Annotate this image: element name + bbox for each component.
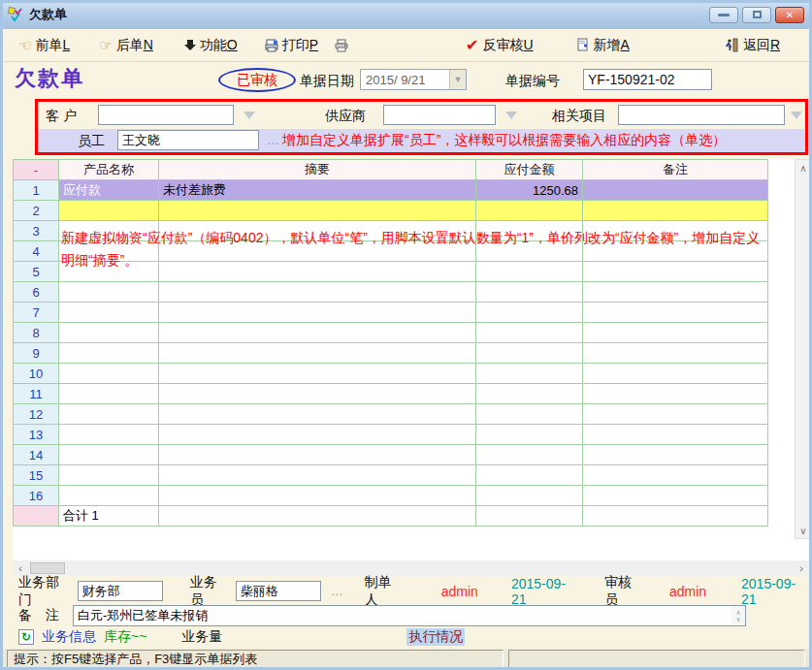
cell-product[interactable]: 应付款 [59,180,159,201]
doc-no-input[interactable] [583,69,712,90]
cell-note[interactable] [583,262,768,282]
cell-no[interactable]: 6 [14,282,59,303]
remark-input[interactable] [74,607,731,624]
scroll-down-icon[interactable]: ∨ [796,523,811,538]
cell-product[interactable] [59,201,159,221]
cell-amount[interactable] [476,303,583,323]
cell-no[interactable]: 9 [14,343,59,364]
cell-note[interactable] [583,445,768,465]
clerk-input[interactable] [236,581,321,601]
cell-summary[interactable] [159,323,476,343]
minimize-button[interactable] [709,7,738,23]
cell-note[interactable] [583,364,768,384]
cell-amount[interactable] [476,323,583,343]
cell-note[interactable] [583,282,768,303]
cell-note[interactable] [583,221,768,241]
add-new-button[interactable]: 新增A [572,34,633,57]
cell-no[interactable]: 13 [14,425,59,445]
spinner-icon[interactable]: ∧∨ [731,606,745,625]
cell-note[interactable] [583,201,768,221]
cell-no[interactable]: 1 [14,180,59,201]
cell-product[interactable] [59,241,159,262]
scroll-right-icon[interactable]: › [794,562,809,574]
cell-no[interactable]: 11 [14,384,59,404]
cell-summary[interactable] [159,221,476,241]
cell-amount[interactable] [476,343,583,364]
return-button[interactable]: 返回R [721,34,784,57]
cell-summary[interactable] [159,282,476,303]
cell-summary[interactable] [159,465,476,486]
cell-no[interactable]: 8 [14,323,59,343]
cell-product[interactable] [59,323,159,343]
cell-note[interactable] [583,465,768,486]
project-input[interactable] [618,105,785,125]
cell-amount[interactable] [476,262,583,282]
horizontal-scrollbar[interactable]: ‹ › [13,560,809,576]
cell-product[interactable] [59,282,159,303]
customer-dropdown-icon[interactable] [244,112,255,119]
refresh-icon[interactable]: ↻ [18,629,34,645]
cell-summary[interactable]: 未付差旅费 [159,180,476,201]
project-dropdown-icon[interactable] [791,112,802,119]
cell-summary[interactable] [159,425,476,445]
cell-product[interactable] [59,262,159,282]
next-doc-button[interactable]: ☞ 后单N [95,34,157,57]
print-button[interactable]: 打印P [261,34,322,57]
cell-no[interactable]: 7 [14,303,59,323]
chevron-down-icon[interactable]: ▼ [449,70,466,89]
header-product[interactable]: 产品名称 [59,160,159,180]
cell-amount[interactable] [476,465,583,486]
cell-product[interactable] [59,364,159,384]
cell-summary[interactable] [159,384,476,404]
cell-amount[interactable] [476,384,583,404]
cell-product[interactable] [59,445,159,465]
cell-no[interactable]: 10 [14,364,59,384]
cell-amount[interactable] [476,486,583,506]
cell-amount[interactable] [476,404,583,425]
cell-note[interactable] [583,384,768,404]
cell-product[interactable] [59,425,159,445]
cell-product[interactable] [59,404,159,425]
cell-no[interactable]: 2 [14,201,59,221]
cell-amount[interactable] [476,364,583,384]
cell-note[interactable] [583,425,768,445]
business-info-link[interactable]: 业务信息 [42,628,96,646]
cell-amount[interactable] [476,201,583,221]
cell-no[interactable]: 4 [14,241,59,262]
cell-product[interactable] [59,384,159,404]
cell-summary[interactable] [159,241,476,262]
cell-amount[interactable] [476,282,583,303]
employee-input[interactable] [117,130,259,150]
cell-product[interactable] [59,221,159,241]
dept-input[interactable] [78,581,163,601]
execution-status-link[interactable]: 执行情况 [406,628,465,646]
scroll-up-icon[interactable]: ∧ [796,160,811,175]
supplier-dropdown-icon[interactable] [505,112,517,119]
cell-product[interactable] [59,486,159,506]
ellipsis-browse-icon[interactable]: … [267,133,279,147]
vertical-scrollbar[interactable]: ∧ ∨ [795,159,812,539]
cell-note[interactable] [583,241,768,262]
cell-summary[interactable] [159,445,476,465]
header-summary[interactable]: 摘要 [159,160,476,180]
cell-note[interactable] [583,486,768,506]
cell-amount[interactable] [476,241,583,262]
cell-summary[interactable] [159,303,476,323]
functions-button[interactable]: 功能O [180,34,242,57]
clerk-browse-icon[interactable]: … [331,584,343,598]
cell-amount[interactable] [476,445,583,465]
header-note[interactable]: 备注 [583,160,768,180]
cell-amount[interactable] [476,425,583,445]
cell-summary[interactable] [159,486,476,506]
cell-product[interactable] [59,343,159,364]
cell-summary[interactable] [159,343,476,364]
supplier-input[interactable] [383,105,496,125]
cell-no[interactable]: 16 [14,486,59,506]
cell-no[interactable]: 12 [14,404,59,425]
unaudit-button[interactable]: ✔ 反审核U [462,33,537,57]
cell-summary[interactable] [159,262,476,282]
cell-note[interactable] [583,323,768,343]
cell-no[interactable]: 15 [14,465,59,486]
cell-note[interactable] [583,404,768,425]
cell-no[interactable]: 14 [14,445,59,465]
